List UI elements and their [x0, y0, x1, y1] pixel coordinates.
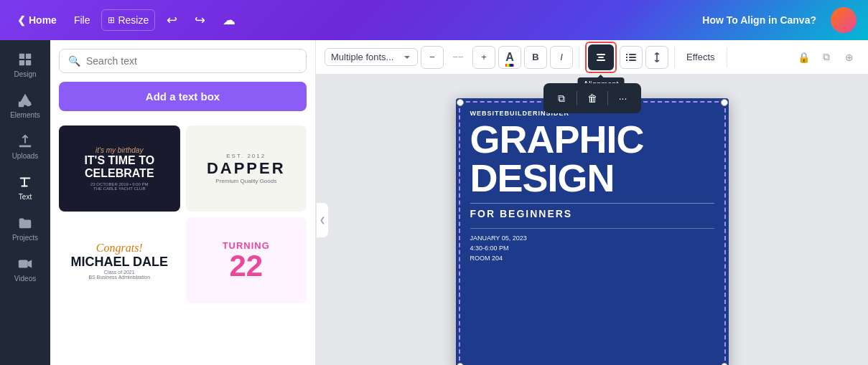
canvas-date: JANUARY 05, 2023 4:30-6:00 PM ROOM 204 — [470, 228, 714, 264]
canvas-title: GRAPHIC DESIGN — [470, 120, 714, 197]
cloud-save-button[interactable]: ☁ — [217, 8, 241, 32]
float-delete-button[interactable]: 🗑 — [582, 87, 603, 109]
svg-rect-11 — [597, 54, 605, 55]
sidebar-item-text[interactable]: Text — [0, 169, 50, 207]
birthday-sub: it's my birthday — [95, 146, 143, 154]
sidebar-item-uploads[interactable]: Uploads — [0, 128, 50, 166]
resize-label: Resize — [118, 14, 149, 26]
search-box[interactable]: 🔍 — [59, 49, 307, 73]
svg-rect-6 — [19, 146, 32, 148]
effects-button[interactable]: Effects — [681, 49, 721, 65]
birthday-main: IT'S TIME TO CELEBRATE — [65, 154, 174, 179]
template-grid: it's my birthday IT'S TIME TO CELEBRATE … — [50, 120, 315, 309]
search-input[interactable] — [86, 55, 297, 67]
redo-button[interactable]: ↪ — [189, 8, 211, 32]
chevron-left-icon: ❮ — [17, 14, 26, 26]
canvas-area: ⧉ 🗑 ··· ❮ — [316, 75, 868, 365]
nav-file-btn[interactable]: File — [68, 10, 96, 30]
svg-point-4 — [26, 101, 31, 106]
canvas-subtitle: FOR BEGINNERS — [470, 203, 714, 219]
font-size-plus-button[interactable]: + — [472, 46, 495, 69]
svg-rect-0 — [19, 54, 24, 59]
text-icon — [17, 174, 33, 190]
font-size-display: −− — [447, 46, 470, 69]
alignment-group: Alignment — [585, 42, 617, 73]
float-divider-2 — [607, 91, 608, 105]
lock-button[interactable]: 🔒 — [793, 47, 813, 67]
sidebar-item-elements[interactable]: Elements — [0, 87, 50, 125]
expand-button[interactable]: ⊕ — [839, 47, 859, 67]
grid-icon — [17, 52, 33, 67]
canvas-title-line2: DESIGN — [470, 156, 615, 199]
template-card-turning[interactable]: TURNING 22 — [186, 217, 307, 303]
bold-button[interactable]: B — [524, 46, 547, 69]
template-card-congrats[interactable]: Congrats! MICHAEL DALE Class of 2021BS B… — [59, 217, 180, 303]
toolbar-divider-1 — [579, 47, 579, 67]
spacing-button[interactable] — [645, 46, 668, 69]
float-toolbar: ⧉ 🗑 ··· — [543, 83, 641, 113]
congrats-sub: Class of 2021BS Business Administration — [88, 270, 150, 280]
svg-rect-9 — [22, 186, 28, 187]
font-dash-icon: −− — [452, 52, 463, 62]
undo-button[interactable]: ↩ — [161, 8, 183, 32]
sidebar-projects-label: Projects — [12, 234, 38, 242]
font-selector[interactable]: Multiple fonts... — [325, 48, 418, 66]
text-color-button[interactable]: A — [498, 46, 521, 69]
search-icon: 🔍 — [68, 55, 80, 67]
collapse-panel-button[interactable]: ❮ — [316, 202, 329, 238]
float-divider — [577, 91, 577, 105]
svg-rect-3 — [26, 60, 31, 65]
svg-rect-5 — [19, 102, 24, 107]
text-panel: 🔍 Add a text box it's my birthday IT'S T… — [50, 40, 316, 365]
color-a-icon: A — [505, 52, 514, 63]
italic-button[interactable]: I — [550, 46, 573, 69]
dapper-est: EST. 2012 — [226, 153, 266, 159]
shapes-icon — [17, 93, 33, 108]
sidebar-item-videos[interactable]: Videos — [0, 250, 50, 288]
align-center-button[interactable]: Alignment — [588, 44, 614, 70]
file-label: File — [74, 14, 90, 26]
sidebar-item-design[interactable]: Design — [0, 46, 50, 84]
duplicate-button[interactable]: ⧉ — [816, 47, 836, 67]
toolbar: Multiple fonts... − −− + A B — [316, 40, 868, 75]
float-more-button[interactable]: ··· — [612, 87, 634, 109]
sidebar-item-projects[interactable]: Projects — [0, 209, 50, 247]
canvas-date-line1: JANUARY 05, 2023 — [470, 233, 714, 243]
video-icon — [17, 256, 33, 272]
template-card-birthday[interactable]: it's my birthday IT'S TIME TO CELEBRATE … — [59, 125, 180, 212]
document-title: How To Align in Canva? — [702, 14, 816, 26]
resize-icon: ⊞ — [108, 15, 115, 25]
font-selector-label: Multiple fonts... — [331, 52, 393, 62]
nav-resize-btn[interactable]: ⊞ Resize — [101, 9, 155, 31]
dapper-main: DAPPER — [207, 159, 286, 178]
effects-label: Effects — [686, 52, 715, 62]
nav-home-btn[interactable]: ❮ Home — [11, 10, 62, 30]
svg-rect-2 — [19, 60, 24, 65]
avatar[interactable] — [831, 7, 857, 33]
toolbar-divider-3 — [727, 47, 727, 67]
svg-rect-8 — [24, 178, 25, 187]
toolbar-divider-2 — [674, 47, 675, 67]
template-card-dapper[interactable]: EST. 2012 DAPPER Premium Quality Goods — [186, 125, 307, 212]
svg-rect-12 — [598, 57, 604, 58]
canvas-wrapper: WEBSITEBUILDERINSIDER GRAPHIC DESIGN FOR… — [456, 98, 729, 366]
font-size-minus-button[interactable]: − — [421, 46, 444, 69]
list-button[interactable] — [620, 46, 643, 69]
spacing-icon — [651, 52, 663, 63]
sidebar-elements-label: Elements — [10, 111, 40, 119]
canvas-card[interactable]: WEBSITEBUILDERINSIDER GRAPHIC DESIGN FOR… — [456, 98, 729, 366]
add-text-button[interactable]: Add a text box — [59, 82, 307, 111]
svg-rect-17 — [629, 57, 636, 58]
svg-rect-13 — [597, 60, 605, 61]
top-nav: ❮ Home File ⊞ Resize ↩ ↪ ☁ How To Align … — [0, 0, 868, 40]
canvas-title-line1: GRAPHIC — [470, 118, 644, 161]
turning-num: 22 — [229, 251, 263, 281]
minus-icon: − — [429, 52, 435, 62]
chevron-left-icon: ❮ — [319, 216, 325, 224]
sidebar-text-label: Text — [19, 193, 32, 201]
sidebar: Design Elements Uploads Text — [0, 40, 50, 365]
float-copy-button[interactable]: ⧉ — [551, 87, 572, 109]
chevron-down-icon — [403, 53, 411, 62]
add-text-label: Add a text box — [146, 90, 220, 103]
canvas-date-line3: ROOM 204 — [470, 253, 714, 263]
